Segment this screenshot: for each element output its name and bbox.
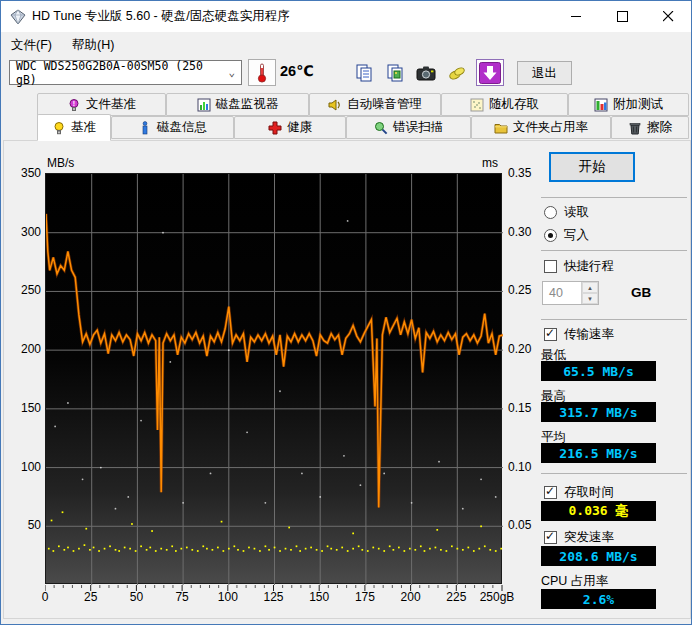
cpu-usage-display: 2.6% [541, 589, 656, 609]
thermometer-icon [256, 63, 268, 83]
transfer-checkbox-row[interactable]: 传输速率 [544, 326, 614, 343]
close-button[interactable] [645, 1, 691, 32]
tab-folder-usage[interactable]: 文件夹占用率 [471, 116, 611, 139]
y-right-tick: 0.20 [508, 342, 544, 356]
folder-icon [494, 121, 508, 135]
y-right-tick: 0.05 [508, 518, 544, 532]
tab-label: 擦除 [647, 119, 672, 136]
copy-report-button[interactable] [350, 59, 378, 86]
tab-label: 健康 [287, 119, 312, 136]
camera-icon [416, 65, 436, 81]
separator [541, 473, 687, 474]
tab-erase[interactable]: 擦除 [611, 116, 689, 139]
benchmark-chart [45, 173, 502, 584]
shortstroke-checkbox[interactable] [544, 260, 557, 273]
random-access-icon [470, 98, 484, 112]
y-right-tick: 0.30 [508, 225, 544, 239]
chevron-down-icon[interactable]: ⌄ [228, 66, 235, 79]
access-time-label: 存取时间 [564, 484, 614, 501]
info-icon [138, 121, 152, 135]
radio-read-circle[interactable] [544, 206, 557, 219]
tab-aam[interactable]: 自动噪音管理 [309, 93, 441, 116]
tab-label: 磁盘信息 [157, 119, 207, 136]
burst-rate-value: 208.6 MB/s [559, 549, 637, 564]
y-left-tick: 100 [9, 460, 41, 474]
app-icon [10, 9, 26, 25]
y-left-unit: MB/s [47, 156, 74, 170]
y-right-unit: ms [482, 156, 498, 170]
tab-label: 错误扫描 [393, 119, 443, 136]
tab-label: 基准 [71, 119, 96, 136]
transfer-label: 传输速率 [564, 326, 614, 343]
health-cross-icon [268, 121, 282, 135]
titlebar: HD Tune 专业版 5.60 - 硬盘/固态硬盘实用程序 [1, 1, 691, 32]
tab-label: 文件基准 [86, 96, 136, 113]
y-left-tick: 150 [9, 401, 41, 415]
stepper-down-icon[interactable]: ▼ [582, 293, 598, 304]
tab-health[interactable]: 健康 [234, 116, 346, 139]
disk-monitor-icon [197, 98, 211, 112]
stepper-up-icon[interactable]: ▲ [582, 282, 598, 293]
app-window: HD Tune 专业版 5.60 - 硬盘/固态硬盘实用程序 文件(F) 帮助(… [0, 0, 692, 625]
save-results-button[interactable] [476, 59, 504, 86]
burst-checkbox-row[interactable]: 突发速率 [544, 529, 614, 546]
start-button[interactable]: 开始 [549, 152, 635, 182]
y-right-tick: 0.15 [508, 401, 544, 415]
tab-label: 磁盘监视器 [216, 96, 279, 113]
extra-tests-icon [594, 98, 608, 112]
exit-button[interactable]: 退出 [517, 61, 572, 85]
benchmark-lightbulb-icon [52, 121, 66, 135]
shortstroke-size-value[interactable]: 40 [543, 282, 581, 304]
separator [541, 197, 687, 198]
tab-disk-info[interactable]: 磁盘信息 [111, 116, 234, 139]
transfer-checkbox[interactable] [544, 328, 557, 341]
access-time-checkbox[interactable] [544, 486, 557, 499]
start-button-label: 开始 [579, 158, 606, 176]
y-right-tick: 0.10 [508, 460, 544, 474]
avg-value-display: 216.5 MB/s [541, 443, 656, 463]
copy-report-icon [354, 63, 374, 83]
tab-benchmark[interactable]: 基准 [37, 114, 111, 141]
tab-label: 文件夹占用率 [513, 119, 588, 136]
temperature-value: 26℃ [280, 63, 314, 79]
burst-rate-checkbox[interactable] [544, 531, 557, 544]
radio-read[interactable]: 读取 [544, 204, 589, 221]
radio-read-label: 读取 [564, 204, 589, 221]
min-value-display: 65.5 MB/s [541, 361, 656, 381]
max-value-display: 315.7 MB/s [541, 402, 656, 422]
radio-write[interactable]: 写入 [544, 227, 589, 244]
drive-select-value: WDC WDS250G2B0A-00SM50 (250 gB) [16, 59, 228, 87]
speaker-icon [328, 98, 342, 112]
shortstroke-size-stepper[interactable]: 40 ▲ ▼ [542, 281, 599, 305]
max-value: 315.7 MB/s [559, 405, 637, 420]
access-checkbox-row[interactable]: 存取时间 [544, 484, 614, 501]
menu-file[interactable]: 文件(F) [1, 33, 62, 58]
exit-button-label: 退出 [532, 65, 557, 82]
tab-disk-monitor[interactable]: 磁盘监视器 [166, 93, 309, 116]
gb-unit-label: GB [631, 285, 651, 300]
shortstroke-checkbox-row[interactable]: 快捷行程 [544, 258, 614, 275]
tab-label: 附加测试 [613, 96, 663, 113]
minimize-button[interactable] [553, 1, 599, 32]
menu-help[interactable]: 帮助(H) [62, 33, 124, 58]
radio-write-circle[interactable] [544, 229, 557, 242]
tab-random-access[interactable]: 随机存取 [441, 93, 568, 116]
separator [541, 319, 687, 320]
y-right-tick: 0.35 [508, 166, 544, 180]
access-time-display: 0.036 毫 [541, 501, 656, 521]
drive-select[interactable]: WDC WDS250G2B0A-00SM50 (250 gB) ⌄ [9, 60, 242, 85]
donate-button[interactable] [443, 59, 471, 86]
y-left-tick: 300 [9, 225, 41, 239]
maximize-button[interactable] [599, 1, 645, 32]
burst-rate-display: 208.6 MB/s [541, 546, 656, 566]
y-right-tick: 0.25 [508, 283, 544, 297]
tab-label: 随机存取 [489, 96, 539, 113]
copy-image-button[interactable] [381, 59, 409, 86]
tab-extra-tests[interactable]: 附加测试 [568, 93, 689, 116]
screenshot-button[interactable] [412, 59, 440, 86]
temperature-button[interactable] [248, 59, 276, 86]
trash-icon [628, 121, 642, 135]
tab-error-scan[interactable]: 错误扫描 [346, 116, 471, 139]
tab-file-benchmark[interactable]: ! 文件基准 [37, 93, 166, 116]
magnifier-icon [374, 121, 388, 135]
